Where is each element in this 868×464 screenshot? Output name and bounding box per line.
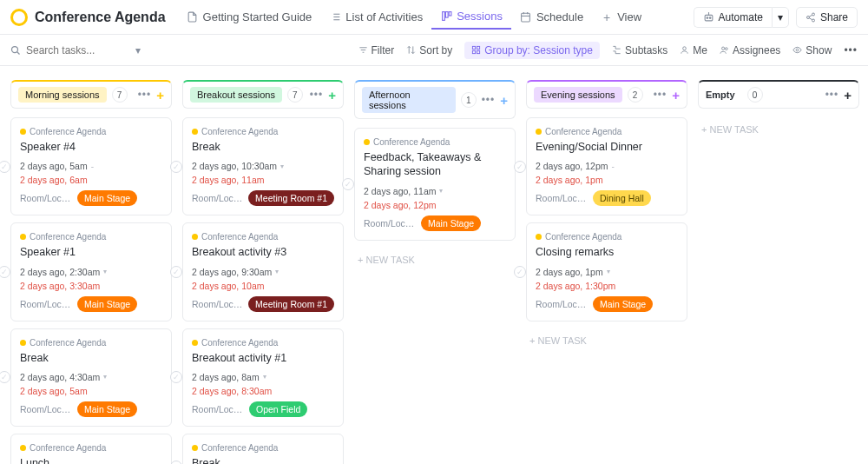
check-circle-icon[interactable]: ✓ (0, 266, 10, 278)
check-circle-icon[interactable]: ✓ (170, 161, 182, 173)
column-more-icon[interactable]: ••• (825, 89, 839, 101)
new-task-button[interactable]: + NEW TASK (698, 117, 859, 142)
column-more-icon[interactable]: ••• (310, 89, 324, 101)
svg-point-17 (812, 13, 814, 16)
check-circle-icon[interactable]: ✓ (514, 161, 526, 173)
check-circle-icon[interactable]: ✓ (0, 371, 10, 383)
card-title: Breakout activity #1 (192, 351, 334, 365)
column-add-icon[interactable]: + (328, 88, 336, 103)
location-label: Room/Loca... (192, 404, 244, 414)
task-card[interactable]: Conference AgendaSpeaker #42 days ago, 5… (10, 117, 172, 215)
check-circle-icon[interactable]: ✓ (342, 178, 354, 190)
location-label: Room/Loca... (536, 299, 588, 309)
card-breadcrumb: Conference Agenda (364, 137, 506, 147)
card-end-time: 2 days ago, 11am (192, 175, 334, 185)
task-card[interactable]: Conference AgendaBreakout activity #32 d… (182, 222, 344, 321)
nav-view[interactable]: +View (592, 5, 650, 29)
task-card[interactable]: Conference AgendaLunch2 days ago, 6am-2 … (10, 434, 172, 464)
check-circle-icon[interactable]: ✓ (170, 266, 182, 278)
card-start-time: 2 days ago, 10:30am ▾ (192, 161, 334, 171)
column-add-icon[interactable]: + (844, 88, 852, 103)
svg-point-34 (796, 49, 799, 51)
logo-icon (10, 9, 28, 26)
column-more-icon[interactable]: ••• (138, 89, 152, 101)
card-location-row: Room/Loca...Main Stage (536, 296, 678, 312)
column-add-icon[interactable]: + (672, 88, 680, 103)
subtasks-button[interactable]: Subtasks (612, 44, 667, 56)
card-start-time: 2 days ago, 2:30am ▾ (20, 267, 162, 277)
task-card[interactable]: Conference AgendaEvening/Social Dinner2 … (526, 117, 687, 215)
nav-sessions[interactable]: Sessions (431, 4, 511, 30)
column-name: Evening sessions (534, 87, 622, 103)
card-title: Break (192, 456, 334, 464)
new-task-button[interactable]: + NEW TASK (354, 248, 516, 272)
column-more-icon[interactable]: ••• (482, 94, 496, 106)
card-location-row: Room/Loca...Open Field (192, 401, 334, 417)
svg-point-15 (709, 17, 711, 19)
column-count: 0 (747, 87, 763, 103)
search-box[interactable]: ▾ (10, 44, 141, 56)
search-input[interactable] (26, 44, 104, 56)
automate-button[interactable]: Automate (694, 7, 772, 28)
svg-rect-29 (473, 50, 476, 53)
check-circle-icon[interactable]: ✓ (170, 461, 182, 464)
group-button[interactable]: Group by: Session type (464, 42, 600, 59)
location-tag: Main Stage (593, 296, 653, 312)
status-dot-icon (20, 340, 26, 346)
card-wrap: ✓Conference AgendaSpeaker #12 days ago, … (10, 222, 172, 321)
task-card[interactable]: Conference AgendaBreak2 days ago, 10:30a… (182, 117, 344, 215)
column-name: Afternoon sessions (362, 87, 456, 113)
status-dot-icon (20, 129, 26, 135)
nav-schedule[interactable]: Schedule (511, 5, 592, 29)
svg-line-21 (809, 17, 812, 19)
column-more-icon[interactable]: ••• (654, 89, 667, 101)
location-tag: Main Stage (77, 401, 137, 417)
assignees-button[interactable]: Assignees (720, 44, 780, 56)
location-label: Room/Loca... (20, 299, 72, 309)
card-start-time: 2 days ago, 9:30am ▾ (192, 267, 334, 277)
column-morning-sessions: Morning sessions7•••+✓Conference AgendaS… (10, 80, 172, 464)
group-icon (471, 45, 481, 55)
filter-button[interactable]: Filter (358, 44, 395, 56)
check-circle-icon[interactable]: ✓ (170, 371, 182, 383)
check-circle-icon[interactable]: ✓ (514, 266, 526, 278)
svg-rect-9 (522, 13, 530, 22)
task-card[interactable]: Conference AgendaClosing remarks2 days a… (526, 222, 687, 321)
card-end-time: 2 days ago, 12pm (364, 200, 506, 210)
task-card[interactable]: Conference AgendaFeedback, Takeaways & S… (354, 128, 516, 241)
location-tag: Main Stage (77, 190, 137, 206)
automate-dropdown[interactable]: ▾ (772, 7, 789, 28)
card-title: Lunch (20, 456, 162, 464)
svg-rect-28 (477, 46, 480, 49)
me-button[interactable]: Me (680, 44, 707, 56)
show-button[interactable]: Show (792, 44, 832, 56)
task-card[interactable]: Conference AgendaBreak2 days ago, 9am ▾ (182, 434, 344, 464)
sort-button[interactable]: Sort by (406, 44, 452, 56)
column-add-icon[interactable]: + (156, 88, 164, 103)
status-dot-icon (364, 139, 370, 145)
page-title: Conference Agenda (35, 10, 166, 25)
nav-list-of-activities[interactable]: List of Activities (320, 5, 431, 29)
location-label: Room/Loca... (20, 404, 72, 414)
column-count: 7 (287, 87, 303, 103)
task-card[interactable]: Conference AgendaBreak2 days ago, 4:30am… (10, 328, 172, 427)
column-count: 1 (461, 92, 477, 108)
column-header: Afternoon sessions1•••+ (354, 80, 516, 119)
new-task-button[interactable]: + NEW TASK (526, 328, 687, 353)
nav-getting-started-guide[interactable]: Getting Started Guide (178, 5, 321, 29)
task-card[interactable]: Conference AgendaSpeaker #12 days ago, 2… (10, 222, 172, 321)
svg-point-14 (707, 17, 708, 19)
svg-rect-27 (473, 46, 476, 49)
svg-rect-6 (442, 12, 444, 21)
task-card[interactable]: Conference AgendaBreakout activity #12 d… (182, 328, 344, 427)
column-add-icon[interactable]: + (500, 93, 508, 108)
card-breadcrumb: Conference Agenda (20, 443, 162, 453)
chevron-down-icon[interactable]: ▾ (135, 44, 141, 56)
share-button[interactable]: Share (796, 7, 858, 28)
card-title: Feedback, Takeaways & Sharing session (364, 150, 506, 179)
more-button[interactable]: ••• (844, 44, 858, 56)
card-end-time: 2 days ago, 3:30am (20, 281, 162, 291)
card-breadcrumb: Conference Agenda (192, 127, 334, 136)
check-circle-icon[interactable]: ✓ (0, 161, 10, 173)
card-breadcrumb: Conference Agenda (20, 232, 162, 242)
